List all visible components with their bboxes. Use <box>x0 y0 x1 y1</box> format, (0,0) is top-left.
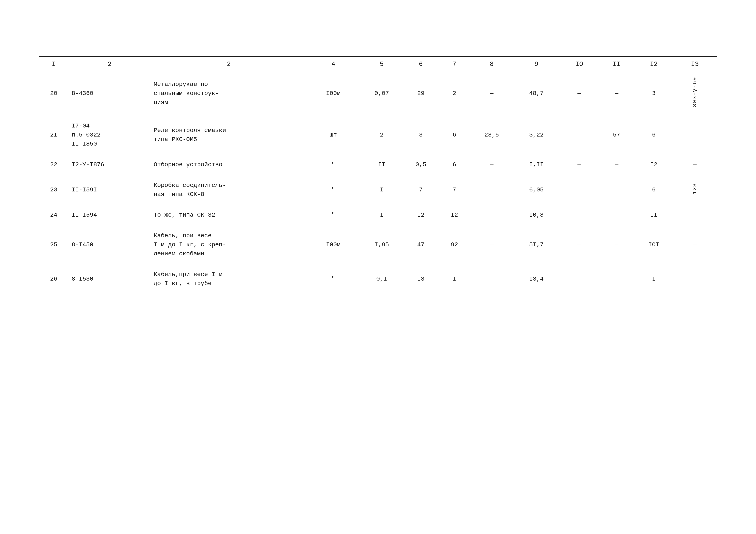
table-row: 208-4360Металлорукав постальным конструк… <box>39 72 717 114</box>
table-cell: — <box>598 176 635 204</box>
table-cell: Коробка соединитель-ная типа КСК-8 <box>150 176 307 204</box>
table-header-row: I 2 2 4 5 6 7 8 9 IO II I2 I3 <box>39 56 717 72</box>
table-cell: I <box>359 176 404 204</box>
table-cell: 26 <box>39 265 68 293</box>
spacer-row <box>39 153 717 156</box>
table-cell: — <box>560 265 598 293</box>
table-cell-col13: — <box>672 226 717 263</box>
table-cell: I <box>635 265 672 293</box>
table-cell: 22 <box>39 156 68 174</box>
table-cell: I3 <box>404 265 438 293</box>
table-cell: 47 <box>404 226 438 263</box>
table-cell-col13: — <box>672 117 717 153</box>
table-cell: 57 <box>598 117 635 153</box>
table-cell-col13: — <box>672 206 717 224</box>
table-cell: 5I,7 <box>512 226 561 263</box>
table-row: 22I2-У-I876Отборное устройство"II0,56—I,… <box>39 156 717 174</box>
table-cell: I00м <box>307 226 359 263</box>
main-table: I 2 2 4 5 6 7 8 9 IO II I2 I3 208-4360Ме… <box>39 56 717 293</box>
table-cell: 7 <box>404 176 438 204</box>
table-cell: — <box>471 265 512 293</box>
table-cell: IOI <box>635 226 672 263</box>
table-cell: 25 <box>39 226 68 263</box>
rotated-label: 303-у-69 <box>691 77 699 107</box>
table-cell: шт <box>307 117 359 153</box>
table-cell: — <box>598 156 635 174</box>
header-col11: II <box>598 56 635 72</box>
table-cell: 2 <box>359 117 404 153</box>
table-cell: — <box>598 265 635 293</box>
table-cell: 20 <box>39 72 68 114</box>
spacer-row <box>39 174 717 176</box>
table-cell: — <box>471 206 512 224</box>
table-cell: I00м <box>307 72 359 114</box>
table-cell: 2I <box>39 117 68 153</box>
table-cell: II <box>359 156 404 174</box>
table-cell: I <box>438 265 471 293</box>
table-cell: 48,7 <box>512 72 561 114</box>
header-col7: 7 <box>438 56 471 72</box>
table-cell: — <box>560 226 598 263</box>
table-cell: — <box>471 226 512 263</box>
table-cell: I2 <box>404 206 438 224</box>
table-cell: — <box>598 72 635 114</box>
table-cell: 3 <box>635 72 672 114</box>
page-container: I 2 2 4 5 6 7 8 9 IO II I2 I3 208-4360Ме… <box>0 0 756 534</box>
table-cell: 7 <box>438 176 471 204</box>
table-cell: I3,4 <box>512 265 561 293</box>
table-cell: I0,8 <box>512 206 561 224</box>
table-cell: II <box>635 206 672 224</box>
header-col12: I2 <box>635 56 672 72</box>
table-cell: Реле контроля смазкитипа РКС-ОМ5 <box>150 117 307 153</box>
table-cell: — <box>471 176 512 204</box>
table-cell: 0,07 <box>359 72 404 114</box>
table-cell: 8-4360 <box>68 72 150 114</box>
table-cell-col13: — <box>672 265 717 293</box>
table-cell: I2-У-I876 <box>68 156 150 174</box>
table-cell: I2 <box>635 156 672 174</box>
header-col9: 9 <box>512 56 561 72</box>
table-cell: 3 <box>404 117 438 153</box>
table-cell: " <box>307 176 359 204</box>
table-cell: 24 <box>39 206 68 224</box>
table-cell: 29 <box>404 72 438 114</box>
table-cell: 2 <box>438 72 471 114</box>
table-row: 2II7-04п.5-0322II-I850Реле контроля смаз… <box>39 117 717 153</box>
table-cell: " <box>307 156 359 174</box>
table-cell: — <box>471 72 512 114</box>
table-cell: Кабель,при весе I мдо I кг, в трубе <box>150 265 307 293</box>
table-cell: — <box>598 226 635 263</box>
table-cell: 0,5 <box>404 156 438 174</box>
header-col8: 8 <box>471 56 512 72</box>
header-col5: 5 <box>359 56 404 72</box>
table-row: 268-I530Кабель,при весе I мдо I кг, в тр… <box>39 265 717 293</box>
table-cell: I7-04п.5-0322II-I850 <box>68 117 150 153</box>
table-cell: — <box>471 156 512 174</box>
table-cell-col13: — <box>672 156 717 174</box>
table-cell: — <box>560 206 598 224</box>
table-cell: 6 <box>635 117 672 153</box>
table-cell: 8-I450 <box>68 226 150 263</box>
table-row: 24II-I594То же, типа СК-32"II2I2—I0,8——I… <box>39 206 717 224</box>
table-cell: 6 <box>438 156 471 174</box>
table-cell: 6,05 <box>512 176 561 204</box>
table-wrapper: I 2 2 4 5 6 7 8 9 IO II I2 I3 208-4360Ме… <box>39 56 717 293</box>
table-row: 258-I450Кабель, при весеI м до I кг, с к… <box>39 226 717 263</box>
table-cell: 6 <box>438 117 471 153</box>
table-cell: 3,22 <box>512 117 561 153</box>
table-cell: I <box>359 206 404 224</box>
table-cell: I2 <box>438 206 471 224</box>
table-cell: 6 <box>635 176 672 204</box>
table-cell: — <box>560 117 598 153</box>
table-cell: Отборное устройство <box>150 156 307 174</box>
header-col13: I3 <box>672 56 717 72</box>
header-col4: 4 <box>307 56 359 72</box>
rotated-label: 123 <box>691 183 699 194</box>
header-col3: 2 <box>150 56 307 72</box>
table-cell: Металлорукав постальным конструк-циям <box>150 72 307 114</box>
table-cell: 23 <box>39 176 68 204</box>
header-col2: 2 <box>68 56 150 72</box>
table-cell: Кабель, при весеI м до I кг, с креп-лени… <box>150 226 307 263</box>
table-cell: — <box>560 72 598 114</box>
table-cell: II-I594 <box>68 206 150 224</box>
